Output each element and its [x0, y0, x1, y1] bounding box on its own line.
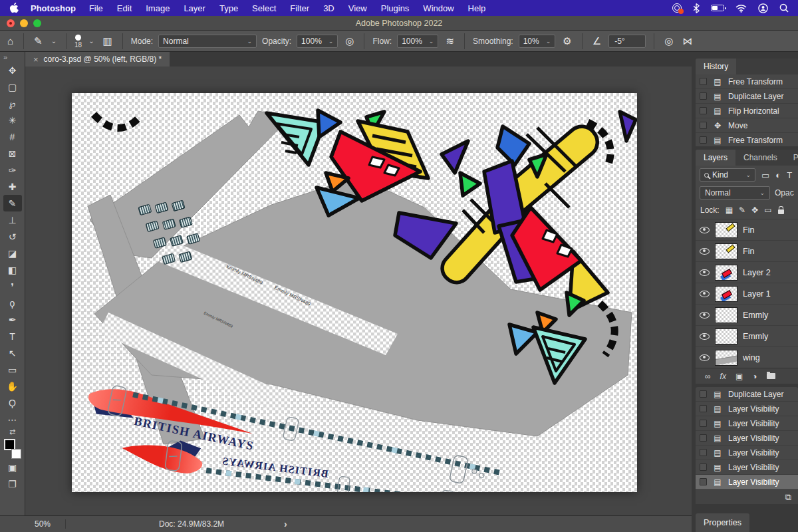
opacity-select[interactable]: 100%⌄ — [297, 35, 338, 48]
swap-colors-icon[interactable]: ⇄ — [9, 428, 15, 438]
history-item[interactable]: ▤ Flip Horizontal — [696, 104, 798, 118]
status-chevron-icon[interactable]: › — [284, 519, 287, 529]
eyedropper-tool[interactable]: ✑ — [3, 162, 22, 178]
pressure-opacity-icon[interactable]: ◎ — [343, 35, 356, 47]
layer-thumbnail[interactable] — [715, 265, 737, 281]
history-source-checkbox[interactable] — [700, 78, 707, 85]
healing-brush-tool[interactable]: ✚ — [3, 178, 22, 195]
document-tab[interactable]: × coro-3.psd @ 50% (left, RGB/8) * — [25, 52, 170, 66]
path-select-tool[interactable]: ↖ — [3, 344, 22, 361]
panel-tab[interactable]: Paths — [785, 150, 798, 166]
Layer 1[interactable]: Layer 1 — [696, 283, 798, 304]
screen-recording-icon[interactable] — [672, 3, 682, 13]
airbrush-icon[interactable]: ≋ — [444, 35, 456, 47]
symmetry-icon[interactable]: ⋈ — [680, 35, 694, 47]
history-item[interactable]: ▤ Layer Visibility — [696, 460, 798, 475]
tab-history[interactable]: History — [696, 59, 736, 74]
layer-thumbnail[interactable] — [715, 350, 737, 366]
close-document-icon[interactable]: × — [33, 55, 39, 65]
menu-item[interactable]: Image — [146, 3, 170, 13]
lasso-tool[interactable]: ℘ — [3, 95, 22, 112]
layer-visibility-eye-icon[interactable] — [700, 227, 710, 233]
new-document-from-state-icon[interactable]: ⧉ — [785, 492, 791, 503]
eraser-tool[interactable]: ◪ — [3, 245, 22, 261]
filter-adjustment-layers-icon[interactable]: ◐ — [775, 170, 781, 180]
brush-angle-input[interactable]: -5° — [608, 35, 646, 48]
history-item[interactable]: ▤ Duplicate Layer — [696, 89, 798, 104]
apple-menu-icon[interactable] — [9, 3, 19, 13]
menu-item[interactable]: Help — [468, 3, 486, 13]
layer-visibility-eye-icon[interactable] — [700, 269, 710, 276]
add-mask-icon[interactable]: ▣ — [735, 372, 743, 381]
wifi-icon[interactable] — [735, 4, 747, 13]
brush-size-chevron-icon[interactable]: ⌄ — [87, 37, 95, 45]
Fin[interactable]: Fin — [696, 219, 798, 240]
brush-preset-icon[interactable]: ✎ — [32, 35, 45, 47]
history-item[interactable]: ▤ Free Transform — [696, 133, 798, 146]
lock-pixels-icon[interactable]: ✎ — [739, 205, 745, 215]
zoom-level-field[interactable]: 50% — [35, 519, 66, 529]
layer-thumbnail[interactable] — [715, 329, 737, 344]
quick-mask-button[interactable]: ▣ — [3, 459, 22, 475]
account-icon[interactable] — [758, 3, 768, 13]
pen-tool[interactable]: ✒ — [3, 311, 22, 328]
lock-position-icon[interactable]: ✥ — [751, 205, 758, 215]
menu-item[interactable]: Select — [252, 3, 276, 13]
blend-mode-select[interactable]: Normal ⌄ — [700, 186, 770, 200]
pressure-size-icon[interactable]: ◎ — [662, 35, 675, 47]
crop-tool[interactable]: # — [3, 128, 22, 145]
layer-visibility-eye-icon[interactable] — [700, 354, 710, 361]
menu-item[interactable]: 3D — [323, 3, 334, 13]
adjustment-layer-icon[interactable]: ◑ — [752, 372, 757, 381]
Emmly[interactable]: Emmly — [696, 304, 798, 325]
layer-visibility-eye-icon[interactable] — [700, 312, 710, 319]
brush-tool[interactable]: ✎ — [3, 195, 22, 211]
filter-type-layers-icon[interactable]: T — [787, 170, 792, 180]
layer-thumbnail[interactable] — [715, 307, 737, 323]
history-source-checkbox[interactable] — [700, 107, 707, 114]
marquee-tool[interactable]: ▢ — [3, 78, 22, 95]
wing[interactable]: wing — [696, 346, 798, 368]
menu-item[interactable]: Plugins — [381, 3, 410, 13]
clone-stamp-tool[interactable]: ⊥ — [3, 211, 22, 228]
kind-filter-select[interactable]: Kind ⌄ — [700, 168, 755, 182]
Layer 2[interactable]: Layer 2 — [696, 261, 798, 283]
type-tool[interactable]: T — [3, 328, 22, 344]
menu-item[interactable]: Edit — [117, 3, 132, 13]
history-source-checkbox[interactable] — [700, 405, 707, 412]
history-source-checkbox[interactable] — [700, 122, 707, 129]
lock-transparency-icon[interactable]: ▦ — [726, 205, 733, 215]
battery-icon[interactable] — [711, 5, 724, 11]
history-item[interactable]: ▤ Layer Visibility — [696, 475, 798, 489]
history-source-checkbox[interactable] — [700, 464, 707, 471]
menu-item[interactable]: File — [89, 3, 103, 13]
frame-tool[interactable]: ⊠ — [3, 145, 22, 162]
panel-tab[interactable]: Channels — [735, 150, 785, 166]
magic-wand-tool[interactable]: ✳ — [3, 112, 22, 128]
psd-document[interactable]: Emmly MRSN489 Emmly MRSN489 Emmly MRSN48… — [72, 93, 637, 492]
menu-item[interactable]: Layer — [184, 3, 205, 13]
smoothing-select[interactable]: 10%⌄ — [519, 35, 556, 48]
bluetooth-icon[interactable] — [693, 3, 700, 13]
history-item[interactable]: ✥ Move — [696, 118, 798, 133]
search-icon[interactable] — [779, 3, 789, 13]
history-source-checkbox[interactable] — [700, 420, 707, 427]
layer-thumbnail[interactable] — [715, 243, 737, 259]
menu-item[interactable]: Filter — [290, 3, 309, 13]
document-size-info[interactable]: Doc: 24.9M/83.2M — [159, 519, 224, 529]
smoothing-gear-icon[interactable]: ⚙ — [561, 35, 573, 47]
history-source-checkbox[interactable] — [700, 478, 707, 485]
layer-style-fx-icon[interactable]: fx — [720, 372, 726, 381]
menu-item[interactable]: Type — [219, 3, 238, 13]
history-item[interactable]: ▤ Layer Visibility — [696, 431, 798, 446]
background-color-swatch[interactable] — [11, 449, 21, 459]
hand-tool[interactable]: ✋ — [3, 378, 22, 394]
layer-visibility-eye-icon[interactable] — [700, 248, 710, 255]
mode-select[interactable]: Normal⌄ — [158, 35, 257, 48]
menu-app-name[interactable]: Photoshop — [31, 3, 76, 13]
home-icon[interactable]: ⌂ — [5, 35, 15, 47]
menu-item[interactable]: Window — [423, 3, 454, 13]
history-item[interactable]: ▤ Free Transform — [696, 74, 798, 89]
screen-mode-button[interactable]: ❐ — [3, 475, 22, 492]
lock-all-icon[interactable] — [778, 209, 784, 214]
